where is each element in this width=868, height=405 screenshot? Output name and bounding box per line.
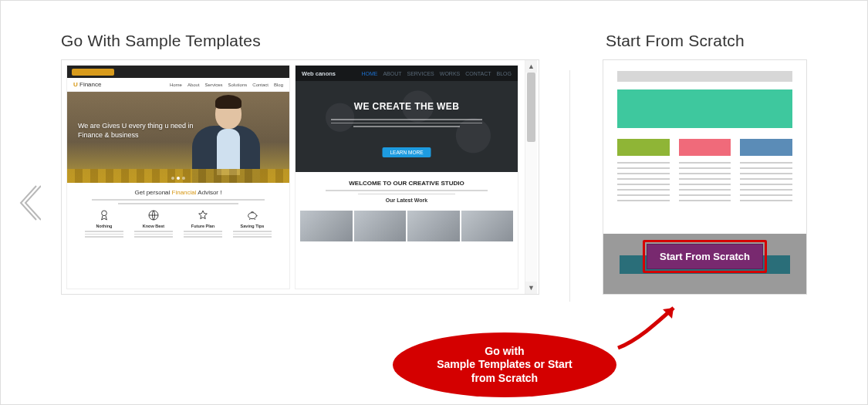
templates-panel: U Finance Home About Services Solutions … — [61, 59, 539, 295]
scrollbar-thumb[interactable] — [527, 73, 535, 142]
browser-bar — [67, 66, 289, 78]
feature-icon-block: Know Best — [132, 209, 175, 239]
scratch-footer: Start From Scratch — [603, 234, 806, 294]
globe-icon — [147, 209, 160, 221]
templates-scrollbar[interactable]: ▲ ▼ — [525, 60, 537, 294]
portfolio-grid — [296, 208, 518, 241]
hero-title: WE CREATE THE WEB — [296, 101, 518, 112]
template-subheading: Get personal Financial Advisor ! — [73, 189, 283, 196]
nav-link: ABOUT — [383, 71, 401, 76]
nav-link: Home — [170, 83, 182, 87]
template-navbar: U Finance Home About Services Solutions … — [67, 78, 289, 92]
nav-link: BLOG — [497, 71, 512, 76]
callout-arrow-icon — [615, 302, 684, 351]
cta-button: LEARN MORE — [383, 147, 431, 157]
callout-text-line: Sample Templates or Start — [437, 358, 572, 372]
nav-link: WORKS — [440, 71, 460, 76]
nav-link: About — [187, 83, 200, 87]
callout-highlight-box: Start From Scratch — [643, 240, 767, 273]
feature-icon-block: Nothing — [83, 209, 126, 239]
piggybank-icon — [246, 209, 258, 221]
badge-icon — [98, 209, 110, 221]
template-navbar: Web canons HOME ABOUT SERVICES WORKS CON… — [296, 66, 518, 81]
hero-pagination-dots — [171, 177, 185, 180]
instruction-callout: Go with Sample Templates or Start from S… — [393, 332, 616, 397]
nav-link: Contact — [252, 83, 269, 87]
nav-link: CONTACT — [465, 71, 491, 76]
callout-text-line: Go with — [437, 345, 572, 359]
hero-text-line: Finance & business — [78, 130, 193, 140]
nav-link: HOME — [361, 71, 377, 76]
nav-link: Services — [205, 83, 223, 87]
nav-link: Blog — [274, 83, 283, 87]
scrollbar-down-button[interactable]: ▼ — [525, 282, 537, 294]
feature-icon-block: Future Plan — [181, 209, 225, 239]
scratch-section-title: Start From Scratch — [603, 32, 807, 50]
start-from-scratch-button[interactable]: Start From Scratch — [647, 244, 763, 269]
hero-text-line: We are Gives U every thing u need in — [78, 121, 193, 130]
star-icon — [197, 209, 209, 221]
template-subheading: WELCOME TO OUR CREATIVE STUDIO — [303, 180, 510, 187]
nav-link: SERVICES — [407, 71, 434, 76]
template-hero: WE CREATE THE WEB LEARN MORE — [296, 81, 518, 172]
template-logo: Web canons — [302, 70, 336, 77]
callout-text-line: from Scratch — [437, 372, 572, 386]
scrollbar-up-button[interactable]: ▲ — [525, 60, 537, 73]
scratch-panel[interactable]: Start From Scratch — [603, 59, 807, 295]
template-logo: U Finance — [73, 81, 101, 88]
nav-link: Solutions — [228, 83, 248, 87]
template-card-webcanons[interactable]: Web canons HOME ABOUT SERVICES WORKS CON… — [295, 65, 518, 289]
svg-point-2 — [248, 213, 257, 219]
scratch-wireframe — [603, 60, 806, 216]
templates-section-title: Go With Sample Templates — [61, 32, 539, 50]
svg-point-0 — [102, 211, 107, 216]
template-card-ufinance[interactable]: U Finance Home About Services Solutions … — [66, 65, 290, 289]
feature-icon-block: Saving Tips — [231, 209, 274, 239]
template-hero: We are Gives U every thing u need in Fin… — [67, 92, 289, 183]
template-subheading: Our Latest Work — [303, 197, 510, 203]
